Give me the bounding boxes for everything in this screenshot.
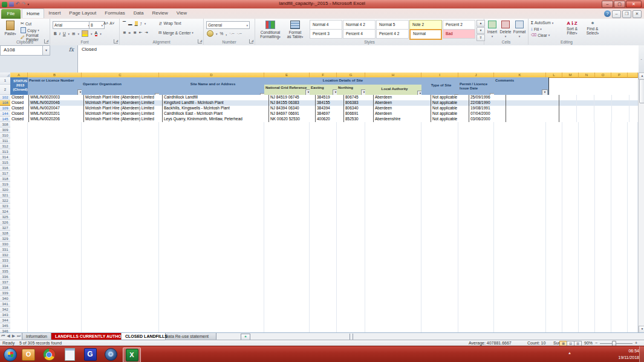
style-gallery-item[interactable]: Percent 2 xyxy=(443,20,475,30)
ribbon-tab-insert[interactable]: Insert xyxy=(44,8,65,18)
row-header-109[interactable]: 109 xyxy=(0,106,11,111)
autosum-button[interactable]: AutoSum xyxy=(535,21,551,25)
start-button[interactable] xyxy=(2,347,19,361)
maximize-button[interactable]: ▢ xyxy=(614,1,625,8)
formula-input[interactable]: Closed xyxy=(77,45,642,74)
alignment-dialog-launcher[interactable]: ◢ xyxy=(198,39,202,44)
row-header-340[interactable]: 340 xyxy=(0,296,11,302)
row-header-320[interactable]: 320 xyxy=(0,187,11,193)
row-header-1[interactable]: 1 xyxy=(0,77,11,85)
cut-button[interactable]: Cut xyxy=(25,22,31,26)
row-header-308[interactable]: 308 xyxy=(0,122,11,128)
align-right-icon[interactable]: ≣ xyxy=(133,30,136,35)
row-header-329[interactable]: 329 xyxy=(0,236,11,242)
style-gallery-item[interactable]: Note 2 xyxy=(409,20,442,30)
gallery-down-icon[interactable]: ▼ xyxy=(476,27,485,34)
increase-indent-icon[interactable]: ⇥ xyxy=(145,30,148,35)
format-cells-button[interactable]: Format▾ xyxy=(512,20,527,39)
font-family-select[interactable]: Arial▾ xyxy=(53,21,91,29)
taskbar-icon-excel[interactable]: X xyxy=(123,347,141,362)
tray-expand-icon[interactable]: ▲ xyxy=(568,351,571,355)
file-tab[interactable]: File xyxy=(1,9,21,19)
row-header-345[interactable]: 345 xyxy=(0,323,11,329)
row-header-324[interactable]: 324 xyxy=(0,209,11,215)
row-header-321[interactable]: 321 xyxy=(0,193,11,198)
ribbon-tab-data[interactable]: Data xyxy=(129,8,148,18)
delete-cells-button[interactable]: Delete▾ xyxy=(499,20,512,39)
help-icon[interactable]: ? xyxy=(604,10,611,17)
zoom-level[interactable]: 90% xyxy=(584,341,593,345)
workbook-restore-button[interactable]: ❐ xyxy=(622,10,631,18)
row-header-337[interactable]: 337 xyxy=(0,280,11,285)
zoom-slider-track[interactable] xyxy=(600,343,633,344)
align-middle-icon[interactable]: ▬ xyxy=(128,22,132,26)
comma-style-icon[interactable]: , xyxy=(226,31,227,36)
zoom-in-icon[interactable]: + xyxy=(635,341,637,345)
wrap-text-button[interactable]: Wrap Text xyxy=(164,21,181,25)
prev-sheet-icon[interactable]: ◀ xyxy=(7,334,10,338)
ribbon-tab-view[interactable]: View xyxy=(172,8,191,18)
row-header-317[interactable]: 317 xyxy=(0,171,11,176)
clipboard-dialog-launcher[interactable]: ◢ xyxy=(44,39,48,44)
zoom-out-icon[interactable]: − xyxy=(595,341,597,345)
row-header-335[interactable]: 335 xyxy=(0,269,11,274)
minimize-button[interactable]: ‒ xyxy=(602,1,613,8)
percent-style-icon[interactable]: % xyxy=(220,31,224,36)
grow-font-icon[interactable]: A˄ xyxy=(103,21,108,25)
shrink-font-icon[interactable]: A˅ xyxy=(109,21,114,25)
next-sheet-icon[interactable]: ▶ xyxy=(12,334,15,338)
style-gallery-item[interactable]: Percent 4 2 xyxy=(376,29,409,39)
copy-button[interactable]: Copy xyxy=(27,28,36,33)
fill-button[interactable]: Fill xyxy=(534,27,539,31)
accounting-format-icon[interactable] xyxy=(207,30,213,37)
row-header-343[interactable]: 343 xyxy=(0,312,11,318)
row-header-145[interactable]: 145 xyxy=(0,117,11,122)
conditional-formatting-button[interactable]: ConditionalFormatting▾ xyxy=(258,20,283,39)
taskbar-icon-chrome[interactable] xyxy=(41,347,57,361)
style-gallery-item[interactable]: Percent 3 xyxy=(310,29,342,39)
row-header-309[interactable]: 309 xyxy=(0,128,11,133)
ribbon-tab-review[interactable]: Review xyxy=(148,8,172,18)
vertical-scroll-thumb[interactable] xyxy=(639,79,644,103)
row-header-108[interactable]: 108 xyxy=(0,100,11,106)
row-header-327[interactable]: 327 xyxy=(0,225,11,231)
align-top-icon[interactable]: ▔ xyxy=(123,21,126,26)
row-header-102[interactable]: 102 xyxy=(0,95,11,100)
decrease-decimal-icon[interactable]: ⁻·⁰⁰ xyxy=(236,32,241,36)
row-header-336[interactable]: 336 xyxy=(0,274,11,280)
style-gallery-item[interactable]: Normal 4 xyxy=(310,20,342,30)
row-header-315[interactable]: 315 xyxy=(0,160,11,166)
format-as-table-button[interactable]: Formatas Table▾ xyxy=(284,20,306,39)
ribbon-tab-page-layout[interactable]: Page Layout xyxy=(65,8,100,18)
row-header-322[interactable]: 322 xyxy=(0,198,11,204)
row-header-341[interactable]: 341 xyxy=(0,302,11,307)
align-bottom-icon[interactable]: ▁ xyxy=(135,21,138,26)
row-header-310[interactable]: 310 xyxy=(0,133,11,138)
formula-bar-collapse-icon[interactable]: ⌄ xyxy=(639,45,644,73)
style-gallery-item[interactable]: Normal 5 xyxy=(376,20,409,30)
decrease-indent-icon[interactable]: ⇤ xyxy=(139,30,142,35)
row-header-2[interactable]: 2 xyxy=(0,85,11,95)
merge-center-button[interactable]: Merge & Center xyxy=(163,31,190,35)
row-header-344[interactable]: 344 xyxy=(0,318,11,323)
row-header-338[interactable]: 338 xyxy=(0,285,11,291)
row-header-333[interactable]: 333 xyxy=(0,258,11,263)
font-color-icon[interactable]: A xyxy=(95,31,98,36)
row-header-312[interactable]: 312 xyxy=(0,144,11,149)
vertical-scrollbar[interactable]: ▲ ▼ xyxy=(638,73,644,332)
row-header-314[interactable]: 314 xyxy=(0,155,11,160)
find-select-button[interactable]: ⚭ Find &Select▾ xyxy=(583,20,602,39)
row-header-316[interactable]: 316 xyxy=(0,166,11,171)
align-left-icon[interactable]: ≣ xyxy=(123,30,126,35)
sheet-tab-closed-landfills[interactable]: CLOSED LANDFILLS xyxy=(121,333,166,340)
row-header-323[interactable]: 323 xyxy=(0,204,11,209)
taskbar-icon-outlook[interactable]: O xyxy=(20,347,37,361)
clear-button[interactable]: Clear xyxy=(538,33,547,37)
row-header-318[interactable]: 318 xyxy=(0,176,11,182)
bold-button[interactable]: B xyxy=(54,31,57,36)
row-header-328[interactable]: 328 xyxy=(0,231,11,236)
style-gallery-item[interactable]: Percent 4 xyxy=(343,29,376,39)
row-header-330[interactable]: 330 xyxy=(0,242,11,247)
paste-button[interactable]: Paste▾ xyxy=(1,20,19,39)
fill-color-icon[interactable] xyxy=(82,30,88,37)
